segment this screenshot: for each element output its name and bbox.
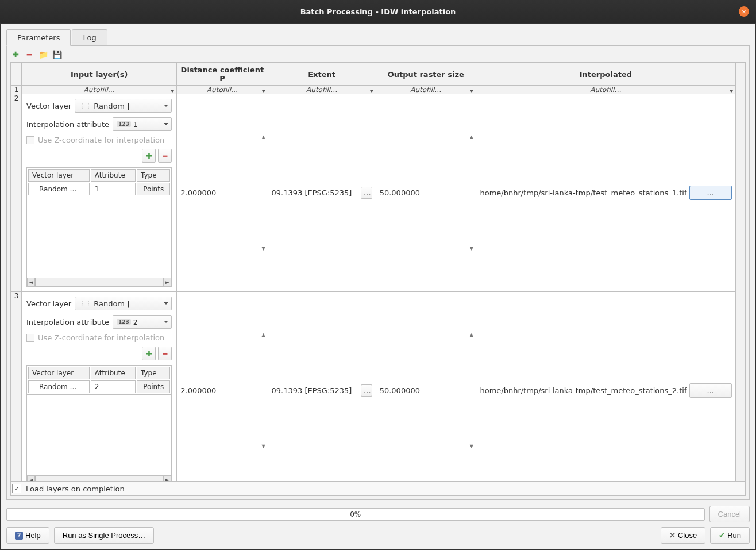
vector-layer-combo[interactable]: ⋮⋮Random |	[75, 99, 172, 113]
spin-down-icon[interactable]: ▼	[468, 444, 476, 449]
col-input-layers[interactable]: Input layer(s)	[22, 63, 177, 86]
use-z-checkbox[interactable]	[26, 334, 34, 342]
sub-col-attr: Attribute	[91, 169, 136, 182]
output-browse-button[interactable]: ...	[689, 186, 732, 200]
input-layer-cell: Vector layer ⋮⋮Random | Interpolation at…	[22, 94, 177, 292]
close-x-icon: ✕	[669, 531, 676, 540]
extent-btn-cell: …	[356, 292, 376, 482]
distance-cell[interactable]: 2.000000 ▲▼	[177, 292, 268, 482]
extent-value-cell[interactable]: 09.1393 [EPSG:5235]	[268, 94, 356, 292]
output-path[interactable]: home/bnhr/tmp/sri-lanka-tmp/test_meteo_s…	[480, 189, 687, 197]
tab-bar: Parameters Log	[6, 29, 750, 46]
load-layers-row[interactable]: ✓ Load layers on completion	[10, 482, 746, 496]
help-button[interactable]: ? Help	[6, 527, 49, 544]
output-browse-button[interactable]: ...	[689, 383, 732, 398]
output-cell: home/bnhr/tmp/sri-lanka-tmp/test_meteo_s…	[476, 292, 735, 482]
spin-down-icon[interactable]: ▼	[260, 444, 268, 449]
spin-up-icon[interactable]: ▲	[468, 332, 476, 337]
autofill-extent[interactable]: Autofill…	[268, 86, 376, 94]
distance-cell[interactable]: 2.000000 ▲▼	[177, 94, 268, 292]
run-icon: ✔	[719, 531, 725, 540]
spin-up-icon[interactable]: ▲	[468, 134, 476, 140]
open-icon[interactable]: 📁	[38, 49, 48, 60]
window: Batch Processing - IDW interpolation Par…	[0, 0, 756, 550]
vector-layer-label: Vector layer	[26, 102, 71, 110]
tab-log[interactable]: Log	[72, 29, 107, 46]
sub-table-body	[26, 197, 172, 278]
autofill-raster[interactable]: Autofill…	[376, 86, 476, 94]
close-icon[interactable]	[739, 6, 749, 17]
scroll-right-icon[interactable]: ►	[163, 476, 171, 482]
tab-content: ✚ ━ 📁 💾 Input layer(s) Distance coeffici…	[6, 45, 750, 500]
progress-row: 0% Cancel	[6, 506, 750, 522]
load-layers-checkbox[interactable]: ✓	[12, 484, 21, 493]
add-row-icon[interactable]: ✚	[10, 49, 21, 60]
sub-hscroll[interactable]: ◄ ►	[26, 278, 172, 287]
input-layer-cell: Vector layer ⋮⋮Random | Interpolation at…	[22, 292, 177, 482]
col-extent[interactable]: Extent	[268, 63, 376, 86]
raster-size-cell[interactable]: 50.000000 ▲▼	[376, 292, 476, 482]
autofill-distance[interactable]: Autofill…	[177, 86, 268, 94]
extent-value-cell[interactable]: 09.1393 [EPSG:5235]	[268, 292, 356, 482]
add-layer-icon[interactable]: ✚	[142, 149, 156, 163]
batch-table[interactable]: Input layer(s) Distance coefficient P Ex…	[10, 62, 746, 482]
spin-down-icon[interactable]: ▼	[468, 246, 476, 251]
vector-layer-label: Vector layer	[26, 299, 71, 308]
remove-row-icon[interactable]: ━	[24, 49, 34, 60]
bottom-buttons: ? Help Run as Single Process… ✕ Close ✔ …	[6, 527, 750, 544]
window-title: Batch Processing - IDW interpolation	[300, 7, 456, 16]
sub-col-vector: Vector layer	[28, 169, 90, 182]
col-raster-size[interactable]: Output raster size	[376, 63, 476, 86]
use-z-label: Use Z-coordinate for interpolation	[38, 136, 164, 144]
autofill-interp[interactable]: Autofill…	[476, 86, 735, 94]
tab-parameters[interactable]: Parameters	[6, 29, 71, 46]
sub-type-value[interactable]: Points	[137, 183, 170, 195]
sub-attr-value[interactable]: 1	[91, 183, 136, 195]
save-icon[interactable]: 💾	[52, 49, 62, 60]
raster-size-cell[interactable]: 50.000000 ▲▼	[376, 94, 476, 292]
scroll-left-icon[interactable]: ◄	[27, 278, 35, 286]
col-interpolated[interactable]: Interpolated	[476, 63, 735, 86]
extent-btn-cell: …	[356, 94, 376, 292]
vertical-scrollbar[interactable]	[735, 63, 745, 94]
sub-table-body	[26, 395, 172, 475]
remove-layer-icon[interactable]: ━	[158, 149, 172, 163]
use-z-row: Use Z-coordinate for interpolation	[26, 333, 172, 342]
sub-attr-value[interactable]: 2	[91, 380, 136, 393]
vector-layer-combo[interactable]: ⋮⋮Random |	[75, 297, 172, 310]
sub-vector-value[interactable]: Random …	[28, 380, 90, 393]
extent-browse-button[interactable]: …	[361, 384, 372, 397]
cancel-button[interactable]: Cancel	[709, 506, 750, 522]
use-z-checkbox[interactable]	[26, 136, 34, 144]
help-icon: ?	[15, 532, 23, 540]
add-layer-icon[interactable]: ✚	[142, 347, 156, 360]
use-z-label: Use Z-coordinate for interpolation	[38, 333, 164, 342]
spin-up-icon[interactable]: ▲	[260, 134, 268, 140]
interp-attr-label: Interpolation attribute	[26, 318, 109, 326]
toolbar: ✚ ━ 📁 💾	[10, 49, 746, 60]
remove-layer-icon[interactable]: ━	[158, 347, 172, 360]
autofill-input[interactable]: Autofill…	[22, 86, 177, 94]
scroll-left-icon[interactable]: ◄	[27, 476, 35, 482]
rownum-1: 1	[11, 86, 22, 94]
spin-up-icon[interactable]: ▲	[260, 332, 268, 337]
scroll-right-icon[interactable]: ►	[163, 278, 171, 286]
interp-attr-combo[interactable]: 1231	[113, 117, 172, 131]
run-single-button[interactable]: Run as Single Process…	[54, 527, 155, 544]
use-z-row: Use Z-coordinate for interpolation	[26, 136, 172, 144]
rownum: 2	[11, 94, 22, 292]
extent-browse-button[interactable]: …	[361, 187, 372, 199]
sub-hscroll[interactable]: ◄ ►	[26, 475, 172, 482]
interp-attr-combo[interactable]: 1232	[113, 315, 172, 329]
content: Parameters Log ✚ ━ 📁 💾 Input layer(s) Di…	[0, 23, 756, 550]
sub-col-type: Type	[137, 367, 170, 379]
spin-down-icon[interactable]: ▼	[260, 246, 268, 251]
run-button[interactable]: ✔ Run	[710, 527, 750, 544]
sub-col-attr: Attribute	[91, 367, 136, 379]
close-button[interactable]: ✕ Close	[661, 527, 705, 544]
sub-type-value[interactable]: Points	[137, 380, 170, 393]
output-path[interactable]: home/bnhr/tmp/sri-lanka-tmp/test_meteo_s…	[480, 386, 687, 395]
output-cell: home/bnhr/tmp/sri-lanka-tmp/test_meteo_s…	[476, 94, 735, 292]
sub-vector-value[interactable]: Random …	[28, 183, 90, 195]
col-distance[interactable]: Distance coefficient P	[177, 63, 268, 86]
